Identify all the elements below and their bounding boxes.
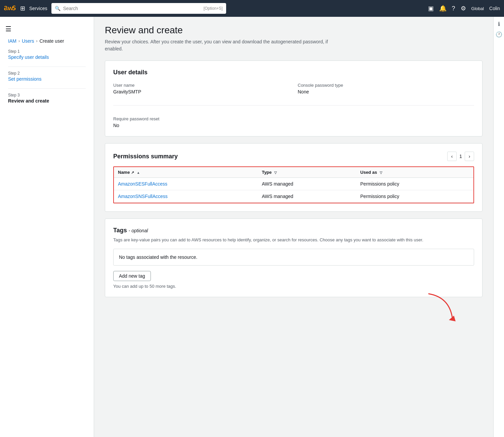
right-sidebar: ℹ 🕐 <box>493 17 504 437</box>
step-3-current: Review and create <box>8 98 49 104</box>
step-2-link[interactable]: Set permissions <box>8 76 42 82</box>
col-name[interactable]: Name ↗ ▲ <box>114 167 258 178</box>
bell-icon[interactable]: 🔔 <box>439 5 447 12</box>
col-type[interactable]: Type ▽ <box>258 167 356 178</box>
name-sort-icon: ▲ <box>137 171 140 174</box>
top-navigation: ⊞ Services 🔍 [Option+S] ▣ 🔔 ? ⚙ Global C… <box>0 0 504 17</box>
page-subtitle: Review your choices. After you create th… <box>105 38 340 52</box>
main-content: Review and create Review your choices. A… <box>94 17 493 437</box>
search-icon: 🔍 <box>55 6 60 11</box>
breadcrumb-sep-2: › <box>36 39 37 43</box>
perm-row-1-type: AWS managed <box>258 178 356 190</box>
breadcrumb-iam[interactable]: IAM <box>8 38 16 44</box>
settings-icon[interactable]: ⚙ <box>461 5 466 12</box>
svg-marker-0 <box>449 316 456 321</box>
step-2: Step 2 Set permissions <box>8 71 86 82</box>
external-link-icon: ↗ <box>131 170 134 174</box>
services-label[interactable]: Services <box>29 6 47 11</box>
search-input[interactable] <box>63 6 201 11</box>
perm-table-wrapper: Name ↗ ▲ Type ▽ Used as ▽ <box>113 166 474 203</box>
grid-icon[interactable]: ⊞ <box>20 5 25 12</box>
password-type-item: Console password type None <box>298 83 474 94</box>
perm-row-2-used-as: Permissions policy <box>356 190 473 203</box>
password-type-value: None <box>298 89 474 94</box>
breadcrumb-sep-1: › <box>18 39 20 43</box>
password-reset-item: Require password reset No <box>113 116 290 128</box>
user-name-value: GravitySMTP <box>113 89 290 94</box>
tags-optional: - optional <box>129 228 148 233</box>
used-as-sort-icon: ▽ <box>380 171 382 174</box>
sidebar: ☰ IAM › Users › Create user Step 1 Speci… <box>0 17 94 437</box>
right-history-icon[interactable]: 🕐 <box>496 31 502 38</box>
page-layout: ☰ IAM › Users › Create user Step 1 Speci… <box>0 17 504 437</box>
step-3: Step 3 Review and create <box>8 93 86 104</box>
perm-row-1-used-as: Permissions policy <box>356 178 473 190</box>
password-type-label: Console password type <box>298 83 474 88</box>
breadcrumb-users[interactable]: Users <box>22 38 34 44</box>
step-3-label: Step 3 <box>8 93 86 97</box>
type-sort-icon: ▽ <box>274 171 277 174</box>
col-used-as[interactable]: Used as ▽ <box>356 167 473 178</box>
page-title: Review and create <box>105 25 482 36</box>
perm-next-btn[interactable]: › <box>465 152 474 161</box>
hamburger-menu[interactable]: ☰ <box>0 22 94 38</box>
terminal-icon[interactable]: ▣ <box>428 5 434 12</box>
user-name-label: User name <box>113 83 290 88</box>
user-menu[interactable]: Colin <box>489 6 500 11</box>
perm-title: Permissions summary <box>113 153 178 160</box>
tags-empty-message: No tags associated with the resource. <box>113 249 474 266</box>
step-2-label: Step 2 <box>8 71 86 76</box>
perm-row-2-name: AmazonSNSFullAccess <box>114 190 258 203</box>
tags-card: Tags - optional Tags are key-value pairs… <box>105 218 482 297</box>
permissions-card: Permissions summary ‹ 1 › Name ↗ ▲ <box>105 143 482 212</box>
perm-table: Name ↗ ▲ Type ▽ Used as ▽ <box>114 167 473 203</box>
user-details-title: User details <box>113 69 474 76</box>
perm-page-number: 1 <box>459 154 462 159</box>
perm-header: Permissions summary ‹ 1 › <box>113 152 474 161</box>
user-name-item: User name GravitySMTP <box>113 83 290 94</box>
steps-nav: Step 1 Specify user details Step 2 Set p… <box>0 49 94 104</box>
step-1-label: Step 1 <box>8 49 86 54</box>
region-selector[interactable]: Global <box>471 6 484 11</box>
breadcrumb-current: Create user <box>39 38 64 44</box>
breadcrumb: IAM › Users › Create user <box>0 38 94 49</box>
perm-prev-btn[interactable]: ‹ <box>447 152 457 161</box>
search-shortcut: [Option+S] <box>204 6 223 11</box>
perm-row-2: AmazonSNSFullAccess AWS managed Permissi… <box>114 190 473 203</box>
perm-row-2-type: AWS managed <box>258 190 356 203</box>
tags-title: Tags <box>113 227 129 234</box>
help-icon[interactable]: ? <box>452 5 455 12</box>
aws-logo[interactable] <box>4 2 16 15</box>
perm-pagination: ‹ 1 › <box>447 152 474 161</box>
nav-icons: ▣ 🔔 ? ⚙ Global Colin <box>428 5 500 12</box>
step-1: Step 1 Specify user details <box>8 49 86 60</box>
tags-description: Tags are key-value pairs you can add to … <box>113 237 474 243</box>
right-info-icon[interactable]: ℹ <box>498 21 500 27</box>
search-bar[interactable]: 🔍 [Option+S] <box>51 3 226 14</box>
tags-note: You can add up to 50 more tags. <box>113 284 474 289</box>
password-reset-value: No <box>113 123 290 128</box>
perm-ses-link[interactable]: AmazonSESFullAccess <box>118 181 167 187</box>
perm-sns-link[interactable]: AmazonSNSFullAccess <box>118 194 168 199</box>
add-tag-button[interactable]: Add new tag <box>113 271 151 281</box>
user-details-card: User details User name GravitySMTP Conso… <box>105 61 482 136</box>
step-1-link[interactable]: Specify user details <box>8 54 49 60</box>
password-reset-label: Require password reset <box>113 116 290 121</box>
perm-row-1: AmazonSESFullAccess AWS managed Permissi… <box>114 178 473 190</box>
perm-row-1-name: AmazonSESFullAccess <box>114 178 258 190</box>
user-details-grid: User name GravitySMTP Console password t… <box>113 83 474 128</box>
